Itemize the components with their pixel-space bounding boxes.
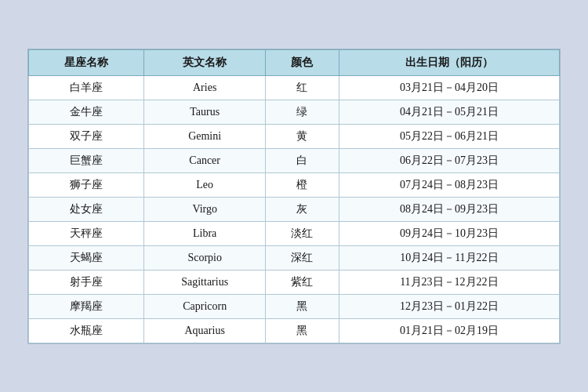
cell-color: 橙 [266, 172, 339, 197]
cell-chinese-name: 狮子座 [29, 172, 144, 197]
cell-chinese-name: 巨蟹座 [29, 148, 144, 172]
header-dates: 出生日期（阳历） [339, 49, 559, 75]
zodiac-table: 星座名称 英文名称 颜色 出生日期（阳历） 白羊座Aries红03月21日－04… [28, 49, 560, 343]
cell-chinese-name: 射手座 [29, 270, 144, 294]
cell-color: 绿 [266, 100, 339, 124]
table-row: 射手座Sagittarius紫红11月23日－12月22日 [29, 270, 560, 294]
cell-dates: 08月24日－09月23日 [339, 197, 559, 221]
cell-chinese-name: 天蝎座 [29, 245, 144, 270]
cell-color: 紫红 [266, 270, 339, 294]
zodiac-table-container: 星座名称 英文名称 颜色 出生日期（阳历） 白羊座Aries红03月21日－04… [27, 49, 561, 344]
cell-dates: 01月21日－02月19日 [339, 318, 559, 343]
cell-english-name: Virgo [144, 197, 266, 221]
cell-english-name: Aries [144, 75, 266, 100]
cell-dates: 11月23日－12月22日 [339, 270, 559, 294]
cell-english-name: Libra [144, 221, 266, 245]
cell-color: 黑 [266, 318, 339, 343]
table-row: 巨蟹座Cancer白06月22日－07月23日 [29, 148, 560, 172]
cell-chinese-name: 白羊座 [29, 75, 144, 100]
table-row: 双子座Gemini黄05月22日－06月21日 [29, 124, 560, 148]
cell-english-name: Scorpio [144, 245, 266, 270]
cell-english-name: Aquarius [144, 318, 266, 343]
cell-dates: 03月21日－04月20日 [339, 75, 559, 100]
table-row: 天秤座Libra淡红09月24日－10月23日 [29, 221, 560, 245]
cell-english-name: Cancer [144, 148, 266, 172]
cell-dates: 06月22日－07月23日 [339, 148, 559, 172]
cell-chinese-name: 天秤座 [29, 221, 144, 245]
table-row: 狮子座Leo橙07月24日－08月23日 [29, 172, 560, 197]
cell-color: 灰 [266, 197, 339, 221]
cell-english-name: Taurus [144, 100, 266, 124]
table-row: 处女座Virgo灰08月24日－09月23日 [29, 197, 560, 221]
table-row: 金牛座Taurus绿04月21日－05月21日 [29, 100, 560, 124]
cell-color: 红 [266, 75, 339, 100]
cell-english-name: Capricorn [144, 294, 266, 318]
table-row: 天蝎座Scorpio深红10月24日－11月22日 [29, 245, 560, 270]
cell-color: 黄 [266, 124, 339, 148]
header-color: 颜色 [266, 49, 339, 75]
cell-chinese-name: 摩羯座 [29, 294, 144, 318]
cell-dates: 12月23日－01月22日 [339, 294, 559, 318]
cell-dates: 07月24日－08月23日 [339, 172, 559, 197]
table-row: 白羊座Aries红03月21日－04月20日 [29, 75, 560, 100]
header-english-name: 英文名称 [144, 49, 266, 75]
cell-english-name: Gemini [144, 124, 266, 148]
cell-chinese-name: 双子座 [29, 124, 144, 148]
cell-dates: 10月24日－11月22日 [339, 245, 559, 270]
cell-dates: 09月24日－10月23日 [339, 221, 559, 245]
table-row: 摩羯座Capricorn黑12月23日－01月22日 [29, 294, 560, 318]
header-chinese-name: 星座名称 [29, 49, 144, 75]
cell-english-name: Leo [144, 172, 266, 197]
cell-dates: 04月21日－05月21日 [339, 100, 559, 124]
cell-color: 淡红 [266, 221, 339, 245]
cell-color: 黑 [266, 294, 339, 318]
cell-chinese-name: 处女座 [29, 197, 144, 221]
cell-english-name: Sagittarius [144, 270, 266, 294]
cell-color: 白 [266, 148, 339, 172]
table-row: 水瓶座Aquarius黑01月21日－02月19日 [29, 318, 560, 343]
cell-chinese-name: 金牛座 [29, 100, 144, 124]
cell-dates: 05月22日－06月21日 [339, 124, 559, 148]
table-header-row: 星座名称 英文名称 颜色 出生日期（阳历） [29, 49, 560, 75]
cell-chinese-name: 水瓶座 [29, 318, 144, 343]
cell-color: 深红 [266, 245, 339, 270]
table-body: 白羊座Aries红03月21日－04月20日金牛座Taurus绿04月21日－0… [29, 75, 560, 343]
